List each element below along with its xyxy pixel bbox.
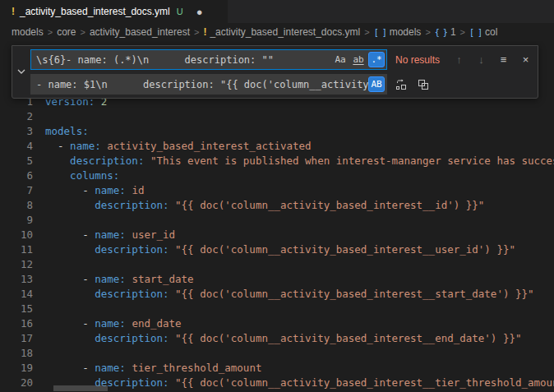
git-status-badge: U — [177, 7, 183, 16]
line-number: 5 — [0, 154, 33, 168]
warning-icon: ! — [203, 26, 206, 38]
close-icon[interactable]: × — [517, 51, 534, 68]
code-line[interactable]: - name: activity_based_interest_activate… — [45, 139, 554, 154]
horizontal-scrollbar[interactable] — [53, 385, 108, 391]
code-line[interactable]: description: "{{ doc('column__activity_b… — [45, 198, 554, 213]
code-line[interactable] — [45, 213, 554, 228]
breadcrumb-separator: > — [194, 27, 199, 37]
code-line[interactable] — [45, 346, 554, 361]
line-number: 2 — [0, 109, 33, 124]
breadcrumb-label: activity_based_interest — [90, 26, 190, 38]
line-number: 10 — [0, 228, 33, 242]
find-replace-widget: \s{6}- name: (.*)\n description: "" Aa a… — [12, 45, 538, 99]
line-number: 9 — [0, 213, 33, 228]
code-line[interactable]: description: "{{ doc('column__activity_b… — [45, 376, 554, 390]
code-line[interactable]: - name: user_id — [45, 228, 554, 242]
line-number: 3 — [0, 124, 33, 139]
preserve-case-button[interactable]: AB — [368, 76, 385, 92]
match-case-button[interactable]: Aa — [332, 52, 349, 67]
breadcrumb-label: models — [390, 26, 422, 38]
line-number: 11 — [0, 242, 33, 257]
replace-all-button[interactable] — [414, 76, 432, 93]
breadcrumb-item[interactable]: { }1 — [435, 26, 456, 38]
code-line[interactable] — [45, 302, 554, 316]
whole-word-button[interactable]: ab — [350, 52, 367, 67]
results-count: No results — [392, 54, 443, 66]
line-number: 16 — [0, 316, 33, 331]
breadcrumb-item[interactable]: !_activity_based_interest_docs.yml — [203, 26, 360, 38]
code-line[interactable]: - name: tier_threshold_amount — [45, 361, 554, 376]
code-line[interactable]: - name: start_date — [45, 272, 554, 287]
line-number: 20 — [0, 376, 33, 390]
problem-warning-icon: ! — [12, 6, 15, 17]
tab-active-file[interactable]: ! _activity_based_interest_docs.yml U ● — [0, 0, 229, 23]
line-number: 13 — [0, 272, 33, 287]
code-line[interactable]: columns: — [45, 168, 554, 183]
breadcrumb-item[interactable]: [ ]col — [469, 26, 497, 38]
code-line[interactable] — [45, 257, 554, 272]
gutter: 1234567891011121314151617181920 — [0, 95, 33, 390]
line-number: 8 — [0, 198, 33, 213]
symbol-icon: [ ] — [469, 28, 482, 37]
breadcrumb-label: core — [57, 26, 76, 38]
code-line[interactable]: - name: id — [45, 183, 554, 198]
tab-title: _activity_based_interest_docs.yml — [20, 6, 170, 17]
find-row: \s{6}- name: (.*)\n description: "" Aa a… — [30, 49, 534, 70]
symbol-icon: { } — [435, 28, 447, 37]
editor-pane[interactable]: 1234567891011121314151617181920 version:… — [0, 41, 554, 392]
breadcrumb-label: _activity_based_interest_docs.yml — [210, 26, 360, 38]
replace-value-text: - name: $1\n description: "{{ doc('colum… — [31, 79, 368, 90]
line-number: 12 — [0, 257, 33, 272]
breadcrumb: models>core>activity_based_interest>!_ac… — [0, 23, 554, 41]
breadcrumb-label: 1 — [450, 26, 456, 38]
breadcrumb-label: col — [485, 26, 497, 38]
code-line[interactable] — [45, 109, 554, 124]
line-number: 18 — [0, 346, 33, 361]
toggle-replace-button[interactable] — [12, 49, 30, 95]
replace-row: - name: $1\n description: "{{ doc('colum… — [30, 74, 534, 95]
breadcrumb-item[interactable]: [ ]models — [374, 26, 422, 38]
line-number: 7 — [0, 183, 33, 198]
breadcrumb-separator: > — [364, 27, 369, 37]
breadcrumb-separator: > — [425, 27, 430, 37]
code-line[interactable]: description: "{{ doc('column__activity_b… — [45, 331, 554, 346]
code-line[interactable]: description: "{{ doc('column__activity_b… — [45, 287, 554, 302]
breadcrumb-item[interactable]: models — [12, 26, 44, 38]
next-match-icon[interactable]: ↓ — [473, 51, 490, 68]
code-line[interactable]: description: "{{ doc('column__activity_b… — [45, 242, 554, 257]
line-number: 15 — [0, 302, 33, 316]
breadcrumb-item[interactable]: core — [57, 26, 76, 38]
breadcrumb-label: models — [12, 26, 44, 38]
line-number: 17 — [0, 331, 33, 346]
replace-input[interactable]: - name: $1\n description: "{{ doc('colum… — [30, 74, 387, 95]
replace-button[interactable] — [392, 76, 409, 93]
breadcrumb-separator: > — [460, 27, 465, 37]
code-line[interactable]: models: — [45, 124, 554, 139]
symbol-icon: [ ] — [374, 28, 386, 37]
find-input[interactable]: \s{6}- name: (.*)\n description: "" Aa a… — [30, 49, 387, 70]
find-query-text: \s{6}- name: (.*)\n description: "" — [31, 54, 332, 66]
chevron-down-icon — [16, 65, 26, 80]
code-line[interactable]: - name: end_date — [45, 316, 554, 331]
replace-icon — [395, 78, 408, 91]
line-number: 14 — [0, 287, 33, 302]
modified-dot-icon[interactable]: ● — [196, 7, 203, 17]
previous-match-icon[interactable]: ↑ — [450, 51, 468, 68]
breadcrumb-separator: > — [48, 27, 53, 37]
find-in-selection-icon[interactable]: ≡ — [495, 51, 512, 68]
replace-all-icon — [417, 78, 430, 91]
code-lines: version: 2models: - name: activity_based… — [33, 95, 554, 390]
line-number: 6 — [0, 168, 33, 183]
regex-button[interactable]: .* — [368, 52, 385, 67]
breadcrumb-separator: > — [80, 27, 85, 37]
code-line[interactable]: description: "This event is published wh… — [45, 154, 554, 168]
line-number: 4 — [0, 139, 33, 154]
tab-bar: ! _activity_based_interest_docs.yml U ● — [0, 0, 554, 23]
breadcrumb-item[interactable]: activity_based_interest — [90, 26, 190, 38]
line-number: 19 — [0, 361, 33, 376]
